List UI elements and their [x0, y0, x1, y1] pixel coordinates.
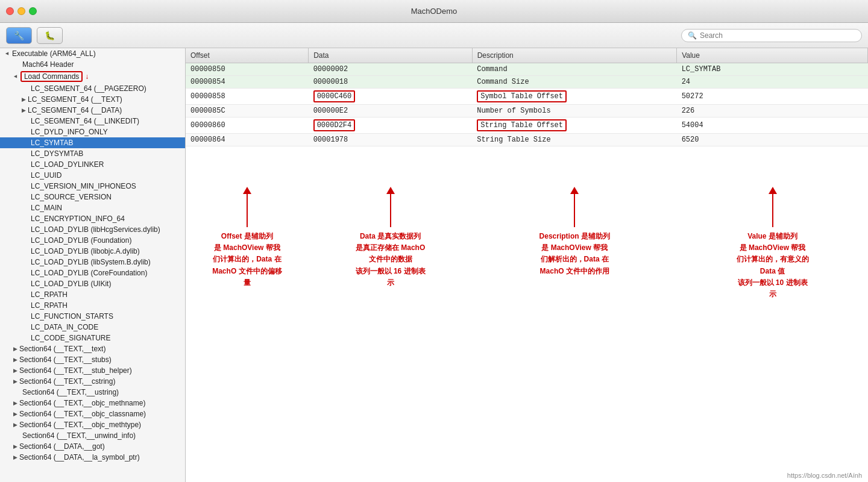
- sidebar-item-lc-rpath2[interactable]: LC_RPATH: [0, 300, 185, 311]
- sidebar-item-lc-load-dylib-corefoundation[interactable]: LC_LOAD_DYLIB (CoreFoundation): [0, 268, 185, 278]
- cell-offset: 00000850: [186, 63, 309, 76]
- expand-icon: ▶: [13, 400, 17, 406]
- sidebar-item-lc-load-dylib-libobjc[interactable]: LC_LOAD_DYLIB (libobjc.A.dylib): [0, 246, 185, 257]
- sidebar-item-lc-load-dylib-uikit[interactable]: LC_LOAD_DYLIB (UIKit): [0, 278, 185, 289]
- sidebar-label: Mach64 Header: [22, 60, 74, 69]
- search-input[interactable]: [700, 31, 855, 40]
- sidebar-item-lc-main[interactable]: LC_MAIN: [0, 202, 185, 213]
- sidebar-label: Section64 (__TEXT,__text): [19, 345, 105, 353]
- sidebar-label: LC_SYMTAB: [31, 139, 73, 147]
- sidebar-item-load-commands[interactable]: ▼Load Commands↓: [0, 70, 185, 83]
- arrow-down-indicator: ↓: [85, 72, 89, 81]
- window-controls[interactable]: [6, 7, 37, 15]
- cell-value: LC_SYMTAB: [677, 63, 868, 76]
- sidebar-label: LC_LOAD_DYLIB (libobjc.A.dylib): [31, 247, 140, 255]
- col-header-description: Description: [472, 48, 676, 63]
- sidebar-item-lc-segment-pagezero[interactable]: LC_SEGMENT_64 (__PAGEZERO): [0, 83, 185, 94]
- cell-offset: 00000864: [186, 134, 309, 146]
- sidebar-item-section64-text-ustring[interactable]: Section64 (__TEXT,__ustring): [0, 387, 185, 398]
- sidebar-item-lc-data-in-code[interactable]: LC_DATA_IN_CODE: [0, 322, 185, 333]
- sidebar-label: LC_SEGMENT_64 (__PAGEZERO): [31, 84, 146, 93]
- cell-data: 00000002: [309, 63, 473, 76]
- close-button[interactable]: [6, 7, 14, 15]
- sidebar-item-mach64-header[interactable]: Mach64 Header: [0, 59, 185, 70]
- sidebar-item-section64-text-stub-helper[interactable]: ▶Section64 (__TEXT,__stub_helper): [0, 365, 185, 376]
- sidebar-item-lc-segment-text[interactable]: ▶LC_SEGMENT_64 (__TEXT): [0, 94, 185, 105]
- cell-data: 0000C460: [309, 89, 473, 105]
- sidebar-label: Executable (ARM64_ALL): [12, 49, 96, 58]
- cell-data: 00001978: [309, 134, 473, 146]
- sidebar-label: Load Commands: [20, 71, 83, 82]
- sidebar-label: Section64 (__DATA,__la_symbol_ptr): [19, 453, 140, 462]
- table-row[interactable]: 0000086400001978String Table Size6520: [186, 134, 868, 146]
- cell-offset: 0000085C: [186, 105, 309, 117]
- sidebar-item-section64-text-cstring[interactable]: ▶Section64 (__TEXT,__cstring): [0, 376, 185, 387]
- data-table: OffsetDataDescriptionValue 0000085000000…: [186, 48, 868, 146]
- sidebar-label: LC_VERSION_MIN_IPHONEOS: [31, 182, 136, 190]
- sidebar-item-section64-text-unwind-info[interactable]: Section64 (__TEXT,__unwind_info): [0, 430, 185, 441]
- sidebar-label: Section64 (__TEXT,__unwind_info): [22, 431, 136, 440]
- table-row[interactable]: 0000085000000002CommandLC_SYMTAB: [186, 63, 868, 76]
- expand-icon: ▶: [13, 378, 17, 384]
- cell-value: 6520: [677, 134, 868, 146]
- sidebar-item-lc-load-dylib-libsystem[interactable]: LC_LOAD_DYLIB (libSystem.B.dylib): [0, 257, 185, 268]
- sidebar-label: LC_LOAD_DYLIB (CoreFoundation): [31, 269, 147, 277]
- sidebar-item-section64-text-stubs[interactable]: ▶Section64 (__TEXT,__stubs): [0, 354, 185, 365]
- sidebar-item-lc-symtab[interactable]: LC_SYMTAB: [0, 137, 185, 148]
- sidebar-item-lc-version-min-iphoneos[interactable]: LC_VERSION_MIN_IPHONEOS: [0, 181, 185, 192]
- desc-boxed: String Table Offset: [477, 119, 567, 131]
- sidebar-item-section64-data-la-symbol-ptr[interactable]: ▶Section64 (__DATA,__la_symbol_ptr): [0, 452, 185, 463]
- sidebar-label: LC_LOAD_DYLIB (UIKit): [31, 280, 111, 288]
- sidebar-item-section64-text-objc-classname[interactable]: ▶Section64 (__TEXT,__objc_classname): [0, 408, 185, 419]
- data-boxed: 0000C460: [313, 90, 356, 102]
- cell-value: 54004: [677, 117, 868, 134]
- toolbar: 🔧 🐛 🔍: [0, 23, 868, 48]
- sidebar-item-lc-dysymtab[interactable]: LC_DYSYMTAB: [0, 148, 185, 159]
- tool-button-2[interactable]: 🐛: [37, 27, 63, 44]
- cell-value: 50272: [677, 89, 868, 105]
- sidebar-item-lc-code-signature[interactable]: LC_CODE_SIGNATURE: [0, 333, 185, 343]
- sidebar-label: LC_LOAD_DYLIB (libHcgServices.dylib): [31, 225, 160, 234]
- minimize-button[interactable]: [17, 7, 25, 15]
- sidebar-item-section64-text-text[interactable]: ▶Section64 (__TEXT,__text): [0, 343, 185, 354]
- cell-offset: 00000854: [186, 76, 309, 89]
- cell-data: 000000E2: [309, 105, 473, 117]
- sidebar-item-lc-dyld-info-only[interactable]: LC_DYLD_INFO_ONLY: [0, 127, 185, 137]
- table-row[interactable]: 000008580000C460Symbol Table Offset50272: [186, 89, 868, 105]
- expand-icon: ▶: [13, 346, 17, 352]
- table-row[interactable]: 000008600000D2F4String Table Offset54004: [186, 117, 868, 134]
- watermark: https://blog.csdn.net/Aính: [787, 472, 862, 479]
- cell-value: 24: [677, 76, 868, 89]
- sidebar-item-lc-segment-linkedit[interactable]: LC_SEGMENT_64 (__LINKEDIT): [0, 116, 185, 127]
- sidebar-item-section64-text-objc-methname[interactable]: ▶Section64 (__TEXT,__objc_methname): [0, 398, 185, 408]
- sidebar-item-lc-source-version[interactable]: LC_SOURCE_VERSION: [0, 192, 185, 202]
- sidebar-item-lc-uuid[interactable]: LC_UUID: [0, 170, 185, 181]
- sidebar-item-section64-text-objc-methtype[interactable]: ▶Section64 (__TEXT,__objc_methtype): [0, 419, 185, 430]
- sidebar-item-lc-load-dylinker[interactable]: LC_LOAD_DYLINKER: [0, 159, 185, 170]
- sidebar-item-lc-encryption-info-64[interactable]: LC_ENCRYPTION_INFO_64: [0, 213, 185, 224]
- sidebar-item-lc-function-starts[interactable]: LC_FUNCTION_STARTS: [0, 311, 185, 322]
- expand-icon: ▼: [13, 74, 19, 80]
- sidebar-item-lc-segment-data[interactable]: ▶LC_SEGMENT_64 (__DATA): [0, 105, 185, 116]
- sidebar-item-executable[interactable]: ▼Executable (ARM64_ALL): [0, 48, 185, 59]
- sidebar-item-section64-data-got[interactable]: ▶Section64 (__DATA,__got): [0, 441, 185, 452]
- table-wrapper[interactable]: OffsetDataDescriptionValue 0000085000000…: [186, 48, 868, 482]
- tool-icon-1: 🔧: [14, 31, 24, 40]
- expand-icon: ▶: [22, 96, 26, 102]
- tool-button-1[interactable]: 🔧: [6, 27, 32, 44]
- cell-description: String Table Offset: [472, 117, 676, 134]
- cell-data: 00000018: [309, 76, 473, 89]
- table-row[interactable]: 0000085C000000E2Number of Symbols226: [186, 105, 868, 117]
- search-box[interactable]: 🔍: [681, 29, 862, 42]
- sidebar-label: LC_SOURCE_VERSION: [31, 193, 112, 201]
- cell-description: String Table Size: [472, 134, 676, 146]
- expand-icon: ▼: [4, 51, 10, 57]
- maximize-button[interactable]: [29, 7, 37, 15]
- sidebar-item-lc-rpath1[interactable]: LC_RPATH: [0, 289, 185, 300]
- col-header-data: Data: [309, 48, 473, 63]
- sidebar-item-lc-load-dylib-hcg[interactable]: LC_LOAD_DYLIB (libHcgServices.dylib): [0, 224, 185, 235]
- cell-data: 0000D2F4: [309, 117, 473, 134]
- expand-icon: ▶: [13, 411, 17, 417]
- sidebar-item-lc-load-dylib-foundation[interactable]: LC_LOAD_DYLIB (Foundation): [0, 235, 185, 246]
- table-row[interactable]: 0000085400000018Command Size24: [186, 76, 868, 89]
